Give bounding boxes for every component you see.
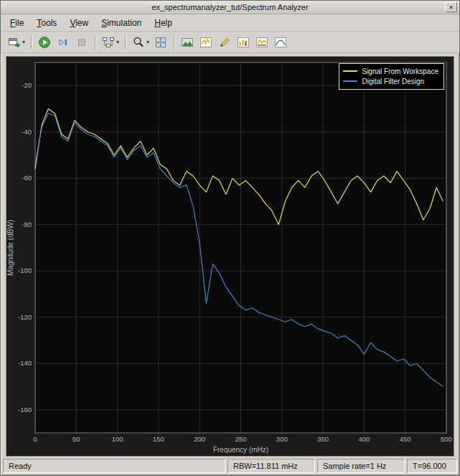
menu-simulation[interactable]: Simulation xyxy=(95,15,148,31)
svg-text:50: 50 xyxy=(72,435,80,443)
image-icon xyxy=(180,35,194,50)
legend-label: Digital Filter Design xyxy=(362,77,424,86)
svg-text:250: 250 xyxy=(235,435,247,443)
toolbar-separator xyxy=(125,35,126,50)
svg-text:-60: -60 xyxy=(22,174,32,182)
titlebar[interactable]: ex_spectrumanalyzer_tut/Spectrum Analyze… xyxy=(1,1,459,14)
menu-view[interactable]: View xyxy=(63,15,95,31)
toolbar: ▾ xyxy=(1,32,459,53)
status-time: T=96.000 xyxy=(407,459,457,473)
channel-measurements-button[interactable] xyxy=(253,33,271,52)
status-ready: Ready xyxy=(3,459,225,473)
dropdown-caret-icon: ▾ xyxy=(116,39,119,45)
svg-text:100: 100 xyxy=(112,435,123,443)
menu-bar: File Tools View Simulation Help xyxy=(1,14,459,32)
svg-text:-80: -80 xyxy=(22,220,32,228)
curve-icon xyxy=(273,35,288,50)
fit-to-view-button[interactable] xyxy=(151,33,170,52)
legend: Signal From Workspace Digital Filter Des… xyxy=(339,63,444,90)
svg-text:150: 150 xyxy=(153,435,164,443)
svg-text:-160: -160 xyxy=(18,406,32,414)
svg-text:-20: -20 xyxy=(22,81,32,89)
spectrum-analyzer-window: ex_spectrumanalyzer_tut/Spectrum Analyze… xyxy=(0,0,460,476)
stop-icon xyxy=(75,35,89,50)
legend-entry-digital-filter-design: Digital Filter Design xyxy=(343,76,438,86)
svg-text:350: 350 xyxy=(317,435,329,443)
legend-entry-signal-from-workspace: Signal From Workspace xyxy=(343,66,438,76)
svg-text:400: 400 xyxy=(358,435,370,443)
svg-text:500: 500 xyxy=(441,435,452,443)
plot-panel: 050100150200250300350400450500-20-40-60-… xyxy=(6,56,454,457)
play-icon xyxy=(37,35,52,50)
status-sample-rate: Sample rate=1 Hz xyxy=(317,459,405,473)
menu-file[interactable]: File xyxy=(4,15,30,31)
channel-icon xyxy=(255,35,269,50)
distortion-measurements-button[interactable] xyxy=(234,33,253,52)
bars-icon xyxy=(236,35,250,50)
svg-text:Frequency (mHz): Frequency (mHz) xyxy=(213,446,268,454)
blocks-icon xyxy=(101,35,116,50)
window-title: ex_spectrumanalyzer_tut/Spectrum Analyze… xyxy=(151,3,308,11)
svg-text:-100: -100 xyxy=(18,266,32,274)
menu-tools[interactable]: Tools xyxy=(30,15,63,31)
spectral-mask-button[interactable] xyxy=(271,33,290,52)
toolbar-separator xyxy=(95,35,95,50)
legend-label: Signal From Workspace xyxy=(362,67,438,76)
svg-text:200: 200 xyxy=(194,435,205,443)
legend-swatch-yellow xyxy=(343,70,357,72)
svg-text:-140: -140 xyxy=(18,359,32,367)
pencil-icon xyxy=(217,35,232,50)
measurements-icon xyxy=(199,35,213,50)
dropdown-caret-icon: ▾ xyxy=(22,39,25,45)
spectrum-chart: 050100150200250300350400450500-20-40-60-… xyxy=(6,57,454,456)
status-bar: Ready RBW=11.811 mHz Sample rate=1 Hz T=… xyxy=(3,459,457,473)
step-forward-icon xyxy=(56,35,70,50)
magnifier-icon xyxy=(131,35,146,50)
fit-to-view-icon xyxy=(154,35,168,50)
toolbar-separator xyxy=(174,35,174,50)
svg-text:Magnitude (dBW): Magnitude (dBW) xyxy=(6,220,14,276)
svg-text:300: 300 xyxy=(276,435,288,443)
stop-button[interactable] xyxy=(72,33,91,52)
simulation-settings-button[interactable]: ▾ xyxy=(99,33,121,52)
measurements-button[interactable] xyxy=(197,33,215,52)
export-button[interactable]: ▾ xyxy=(5,33,27,52)
svg-text:0: 0 xyxy=(33,435,37,443)
svg-text:-40: -40 xyxy=(22,128,32,136)
run-button[interactable] xyxy=(35,33,54,52)
zoom-button[interactable]: ▾ xyxy=(129,33,151,52)
menu-help[interactable]: Help xyxy=(148,15,179,31)
svg-text:450: 450 xyxy=(400,435,411,443)
close-button[interactable]: × xyxy=(445,2,457,12)
peak-finder-button[interactable] xyxy=(215,33,234,52)
legend-swatch-blue xyxy=(343,80,357,82)
status-rbw: RBW=11.811 mHz xyxy=(227,459,315,473)
export-icon xyxy=(7,35,22,50)
svg-text:-120: -120 xyxy=(18,313,32,321)
spectrum-settings-button[interactable] xyxy=(178,33,197,52)
step-forward-button[interactable] xyxy=(54,33,72,52)
dropdown-caret-icon: ▾ xyxy=(146,39,149,45)
toolbar-separator xyxy=(31,35,32,50)
